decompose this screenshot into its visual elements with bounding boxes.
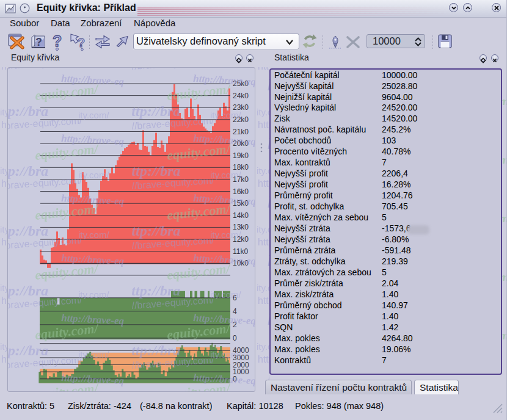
- svg-text:?: ?: [78, 35, 86, 49]
- svg-text:?: ?: [35, 36, 42, 48]
- svg-text:?: ?: [53, 34, 62, 49]
